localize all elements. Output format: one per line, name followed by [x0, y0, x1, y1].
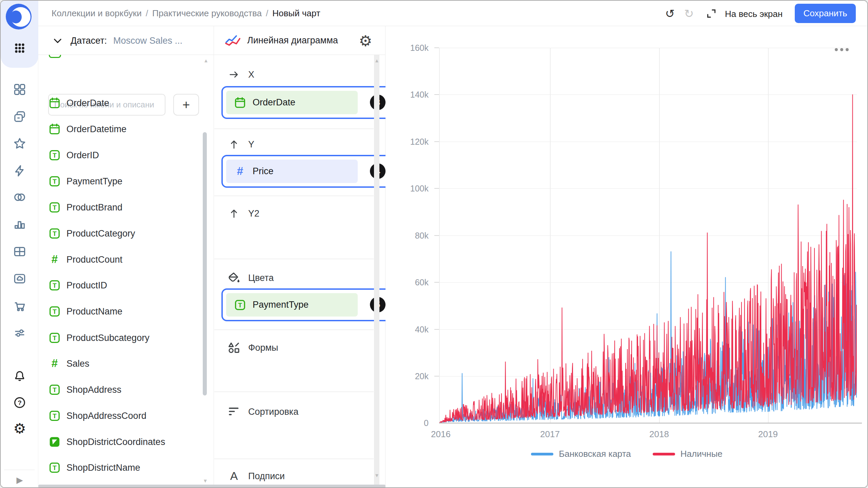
star-icon[interactable] — [12, 136, 27, 151]
list-item[interactable]: T ProductBrand — [48, 195, 205, 220]
save-button[interactable]: Сохранить — [795, 4, 856, 23]
list-item[interactable]: OrderDatetime — [48, 116, 205, 142]
field-name: ProductID — [66, 280, 107, 291]
fullscreen-icon[interactable] — [704, 7, 719, 20]
legend-label: Банковская карта — [559, 449, 631, 459]
list-item[interactable]: T ShopAddress — [48, 377, 205, 403]
datalens-logo[interactable] — [5, 3, 32, 30]
section-y-label: Y — [248, 139, 254, 150]
section-divider — [214, 259, 374, 259]
collections-folders-icon[interactable] — [12, 109, 27, 124]
x-axis-label: 2019 — [744, 429, 792, 440]
text-type-icon: T — [48, 279, 61, 292]
config-scrollbar-track[interactable] — [374, 55, 379, 485]
list-item[interactable]: T ProductID — [48, 272, 205, 298]
svg-text:#: # — [52, 253, 58, 265]
scroll-up-icon[interactable]: ▲ — [374, 58, 379, 63]
svg-text:T: T — [53, 204, 57, 211]
field-name: ShopDistrictName — [66, 463, 140, 473]
scroll-up-icon[interactable]: ▲ — [203, 58, 209, 63]
tick — [434, 141, 439, 142]
apps-grid-icon[interactable] — [12, 41, 27, 56]
y-axis-label: 100k — [391, 183, 429, 194]
svg-text:T: T — [53, 464, 57, 471]
horizontal-scrollbar[interactable] — [38, 485, 386, 488]
field-name: OrderDate — [66, 98, 109, 108]
dashboard-squares-icon[interactable] — [12, 82, 27, 97]
list-item[interactable]: T ProductCategory — [48, 221, 205, 246]
field-pill-paymenttype[interactable]: T PaymentType — [226, 293, 358, 317]
collapse-play-icon[interactable]: ▶ — [12, 474, 27, 486]
legend-label: Наличные — [680, 449, 723, 459]
line-chart-plot[interactable] — [439, 48, 857, 423]
bar-chart-icon[interactable] — [12, 216, 27, 231]
dataset-label: Датасет: — [71, 36, 107, 46]
text-type-icon: T — [48, 175, 61, 188]
breadcrumb-item[interactable]: Практические руководства — [152, 8, 262, 19]
list-item[interactable]: ShopDistrictCoordinates — [48, 429, 205, 455]
pill-label: Price — [253, 166, 274, 177]
arrow-up-icon — [227, 138, 241, 150]
section-labels-label: Подписи — [248, 471, 285, 482]
breadcrumb: Коллекции и воркбуки / Практические руко… — [52, 8, 320, 19]
dataset-name[interactable]: Moscow Sales ... — [113, 36, 182, 46]
list-item[interactable]: T OrderID — [48, 142, 205, 168]
dataset-scrollbar[interactable] — [203, 132, 207, 395]
cart-icon[interactable] — [12, 298, 27, 313]
legend-swatch-red — [653, 453, 675, 455]
chart-settings-gear-icon[interactable]: ⚙ — [357, 33, 374, 49]
svg-text:T: T — [53, 178, 57, 185]
app-window: ? ⚙ ▶ Коллекции и воркбуки / Практически… — [0, 0, 868, 488]
list-item[interactable]: T ProductSubcategory — [48, 325, 205, 351]
chart-type-label[interactable]: Линейная диаграмма — [247, 35, 338, 46]
list-item[interactable]: T ProductName — [48, 299, 205, 324]
field-pill-orderdate[interactable]: OrderDate — [226, 91, 358, 114]
calendar-icon — [48, 97, 61, 109]
section-divider — [214, 128, 374, 129]
redo-icon[interactable]: ↻ — [682, 7, 696, 20]
table-icon[interactable] — [12, 244, 27, 259]
svg-text:T: T — [53, 152, 57, 159]
legend-item[interactable]: Наличные — [653, 449, 723, 459]
list-item[interactable]: # ProductCount — [48, 247, 205, 272]
lightning-icon[interactable] — [12, 163, 27, 178]
list-item[interactable]: T ShopDistrictName — [48, 455, 205, 481]
svg-text:?: ? — [18, 399, 21, 406]
y-axis-label: 80k — [391, 230, 429, 241]
bell-icon[interactable] — [12, 369, 27, 384]
field-pill-price[interactable]: # Price — [226, 160, 358, 183]
list-item[interactable]: T PaymentType — [48, 168, 205, 194]
breadcrumb-item[interactable]: Коллекции и воркбуки — [52, 8, 142, 19]
number-type-icon: # — [48, 357, 61, 370]
shapes-icon — [226, 340, 241, 355]
svg-text:#: # — [237, 165, 243, 177]
partial-field-icon — [49, 55, 61, 58]
legend-swatch-blue — [531, 453, 553, 455]
list-item[interactable]: T ShopAddressCoord — [48, 403, 205, 429]
y-axis-label: 0 — [391, 418, 429, 428]
text-type-icon: T — [48, 461, 61, 474]
breadcrumb-separator: / — [266, 8, 268, 19]
y-axis-label: 60k — [391, 277, 429, 288]
help-icon[interactable]: ? — [12, 395, 27, 410]
scroll-down-icon[interactable]: ▼ — [374, 472, 379, 478]
overlap-circles-icon[interactable] — [12, 190, 27, 205]
svg-text:#: # — [52, 357, 58, 369]
fullscreen-label[interactable]: На весь экран — [725, 9, 783, 19]
list-item[interactable]: OrderDate — [48, 90, 205, 116]
settings-gear-icon[interactable]: ⚙ — [12, 421, 27, 436]
field-name: ProductName — [66, 306, 122, 317]
folder-cloud-icon[interactable] — [12, 271, 27, 286]
field-list: + ▲ OrderDate OrderDatetime T OrderID T … — [38, 55, 214, 487]
tick — [434, 376, 439, 377]
scroll-down-icon[interactable]: ▼ — [203, 478, 208, 484]
sliders-icon[interactable] — [12, 325, 27, 340]
list-item[interactable]: # Sales — [48, 351, 205, 377]
field-name: ShopAddressCoord — [66, 411, 146, 421]
legend-item[interactable]: Банковская карта — [531, 449, 631, 459]
tick — [434, 47, 439, 48]
field-name: ShopAddress — [66, 385, 121, 395]
section-y2-label: Y2 — [248, 208, 259, 219]
chevron-down-icon[interactable] — [51, 35, 64, 47]
undo-icon[interactable]: ↺ — [663, 7, 677, 20]
